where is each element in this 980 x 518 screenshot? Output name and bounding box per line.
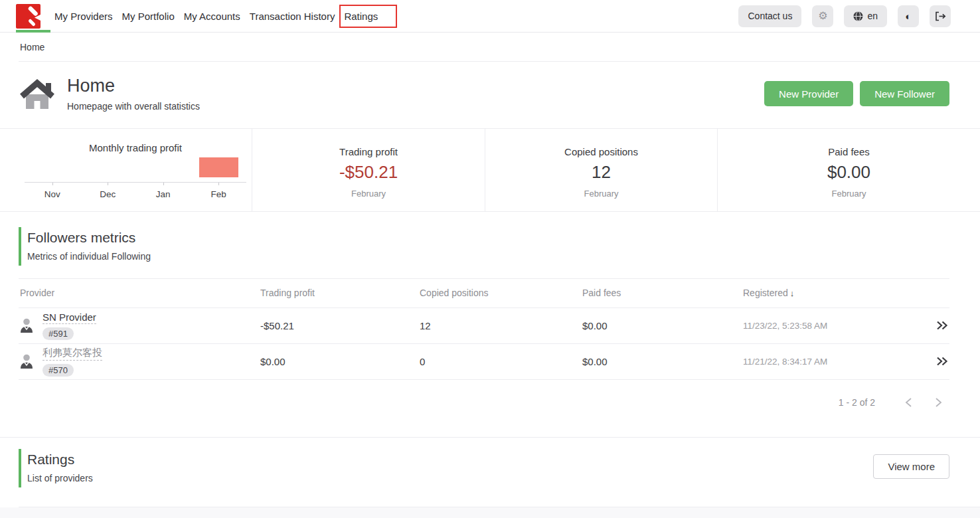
- breadcrumb-home-link[interactable]: Home: [20, 42, 44, 52]
- stat-label: Trading profit: [252, 146, 485, 157]
- followers-metrics-section: Followers metrics Metrics of individual …: [0, 227, 980, 437]
- theme-toggle-button[interactable]: ◐: [898, 5, 919, 27]
- provider-account-badge: #570: [42, 364, 74, 377]
- section-subtitle: Metrics of individual Following: [27, 251, 949, 262]
- stat-value: 12: [485, 162, 717, 183]
- table-row: SN Provider #591 -$50.21 12 $0.00 11/23/…: [19, 308, 949, 344]
- pagination: 1 - 2 of 2: [19, 380, 949, 408]
- chart-category-label: Dec: [80, 183, 136, 199]
- top-navigation-bar: My Providers My Portfolio My Accounts Tr…: [0, 0, 980, 33]
- nav-transaction-history[interactable]: Transaction History: [250, 11, 335, 22]
- new-provider-button[interactable]: New Provider: [764, 81, 853, 106]
- cell-copied-positions: 0: [420, 356, 582, 367]
- stat-period: February: [252, 189, 485, 199]
- language-button[interactable]: en: [844, 5, 887, 27]
- active-nav-indicator: [16, 30, 50, 33]
- provider-account-badge: #591: [42, 327, 74, 340]
- page-subtitle: Homepage with overall statistics: [67, 101, 200, 112]
- stat-card-trading-profit: Trading profit -$50.21 February: [252, 129, 485, 211]
- monthly-trading-profit-chart: Monthly trading profit NovDecJanFeb: [0, 129, 252, 211]
- ratings-section: Ratings List of providers View more: [0, 438, 980, 487]
- provider-name-link[interactable]: SN Provider: [42, 311, 96, 324]
- cell-trading-profit: -$50.21: [260, 320, 420, 331]
- logout-button[interactable]: [930, 5, 951, 27]
- section-subtitle: List of providers: [27, 473, 873, 483]
- ratings-header: Ratings List of providers: [19, 449, 873, 487]
- pagination-range-label: 1 - 2 of 2: [839, 397, 875, 408]
- chart-category-label: Feb: [191, 183, 247, 199]
- overall-statistics-strip: Monthly trading profit NovDecJanFeb Trad…: [0, 128, 980, 212]
- stat-card-paid-fees: Paid fees $0.00 February: [717, 129, 980, 211]
- provider-avatar-icon: [20, 318, 33, 333]
- followers-metrics-table: Provider Trading profit Copied positions…: [19, 278, 949, 380]
- cell-trading-profit: $0.00: [260, 356, 420, 367]
- page-header: Home Homepage with overall statistics Ne…: [0, 62, 980, 128]
- open-details-chevron-icon[interactable]: [920, 357, 949, 366]
- contact-us-button[interactable]: Contact us: [738, 5, 801, 27]
- cell-copied-positions: 12: [420, 320, 582, 331]
- logout-icon: [935, 11, 946, 21]
- gear-icon: ⚙: [818, 11, 827, 21]
- cell-paid-fees: $0.00: [582, 320, 743, 331]
- table-header-row: Provider Trading profit Copied positions…: [19, 279, 949, 308]
- nav-my-accounts[interactable]: My Accounts: [184, 11, 240, 22]
- chart-category-label: Nov: [25, 183, 80, 199]
- column-header-trading-profit[interactable]: Trading profit: [260, 288, 420, 298]
- main-nav: My Providers My Portfolio My Accounts Tr…: [54, 5, 397, 28]
- header-actions: Contact us ⚙ en ◐: [738, 5, 951, 27]
- column-header-registered[interactable]: Registered↓: [743, 288, 920, 298]
- stat-period: February: [718, 189, 980, 199]
- sort-descending-icon: ↓: [790, 288, 795, 298]
- pagination-prev-icon[interactable]: [904, 397, 913, 408]
- section-title: Ratings: [27, 452, 873, 468]
- home-icon: [20, 77, 54, 110]
- column-header-label: Registered: [743, 288, 788, 298]
- new-follower-button[interactable]: New Follower: [860, 81, 949, 106]
- nav-my-providers[interactable]: My Providers: [54, 11, 113, 22]
- view-more-button[interactable]: View more: [873, 454, 949, 479]
- column-header-paid-fees[interactable]: Paid fees: [582, 288, 743, 298]
- settings-button[interactable]: ⚙: [812, 5, 833, 27]
- column-header-copied-positions[interactable]: Copied positions: [420, 288, 582, 298]
- footer-area: [0, 507, 980, 518]
- globe-icon: [853, 11, 863, 21]
- open-details-chevron-icon[interactable]: [920, 321, 949, 330]
- provider-avatar-icon: [20, 354, 33, 369]
- stat-label: Paid fees: [718, 146, 980, 157]
- cell-registered: 11/23/22, 5:23:58 AM: [743, 321, 920, 331]
- pagination-next-icon[interactable]: [934, 397, 943, 408]
- chart-bars: [25, 155, 246, 182]
- stat-value: -$50.21: [252, 162, 485, 183]
- stat-value: $0.00: [718, 162, 980, 183]
- nav-my-portfolio[interactable]: My Portfolio: [122, 11, 175, 22]
- breadcrumb: Home: [0, 33, 980, 61]
- app-logo-icon[interactable]: [16, 4, 41, 29]
- chart-x-labels: NovDecJanFeb: [25, 183, 246, 199]
- cell-paid-fees: $0.00: [582, 356, 743, 367]
- table-row: 利弗莫尔客投 #570 $0.00 0 $0.00 11/21/22, 8:34…: [19, 344, 949, 380]
- provider-name-link[interactable]: 利弗莫尔客投: [42, 347, 102, 361]
- stat-period: February: [485, 189, 717, 199]
- chart-title: Monthly trading profit: [25, 142, 246, 153]
- chart-bar: [191, 157, 247, 177]
- page-title: Home: [67, 76, 200, 96]
- cell-registered: 11/21/22, 8:34:17 AM: [743, 357, 920, 367]
- contrast-icon: ◐: [905, 11, 911, 21]
- stat-label: Copied positions: [485, 146, 717, 157]
- column-header-provider[interactable]: Provider: [20, 288, 260, 298]
- stat-card-copied-positions: Copied positions 12 February: [485, 129, 717, 211]
- nav-ratings[interactable]: Ratings: [339, 5, 397, 28]
- followers-metrics-header: Followers metrics Metrics of individual …: [19, 227, 949, 266]
- section-title: Followers metrics: [27, 230, 949, 246]
- chart-category-label: Jan: [135, 183, 191, 199]
- language-label: en: [867, 11, 878, 21]
